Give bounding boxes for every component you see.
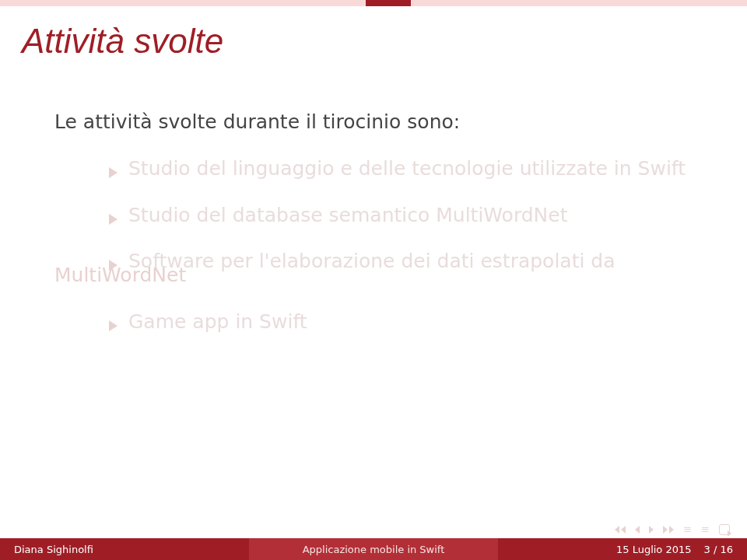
nav-next-icon[interactable] [649, 526, 654, 534]
nav-next-section-icon[interactable]: ≡ [701, 523, 710, 535]
intro-text: Le attività svolte durante il tirocinio … [54, 109, 693, 135]
slide-body: Le attività svolte durante il tirocinio … [54, 109, 693, 355]
bullet-text: Software per l'elaborazione dei dati est… [128, 248, 615, 275]
footer-page: 3 / 16 [704, 544, 733, 555]
footer-title: Applicazione mobile in Swift [249, 538, 498, 560]
footer-author: Diana Sighinolfi [0, 538, 249, 560]
beamer-nav: ≡ ≡ [615, 523, 730, 535]
footer-title-text: Applicazione mobile in Swift [303, 544, 445, 555]
bullet-icon [109, 260, 117, 271]
footer-meta: 15 Luglio 2015 3 / 16 [498, 538, 747, 560]
footer-date: 15 Luglio 2015 [616, 544, 692, 555]
nav-prev-section-icon[interactable]: ≡ [683, 523, 692, 535]
progress-remaining-left [0, 0, 366, 6]
bullet-text: Studio del linguaggio e delle tecnologie… [128, 156, 686, 182]
bullet-text: Game app in Swift [128, 309, 307, 335]
bullet-item: Studio del database semantico MultiWordN… [54, 202, 693, 229]
footer-author-text: Diana Sighinolfi [14, 544, 93, 555]
slide-title: Attività svolte [22, 22, 223, 61]
progress-current [366, 0, 411, 6]
nav-prev-icon[interactable] [635, 526, 640, 534]
bullet-icon [109, 320, 117, 331]
nav-last-icon[interactable] [663, 526, 674, 534]
bullet-item: Game app in Swift [54, 309, 693, 335]
progress-bar [0, 0, 747, 6]
bullet-icon [109, 214, 117, 225]
slide: Attività svolte Le attività svolte duran… [0, 0, 747, 560]
bullet-icon [109, 167, 117, 178]
bullet-text: Studio del database semantico MultiWordN… [128, 202, 567, 229]
footer: Diana Sighinolfi Applicazione mobile in … [0, 538, 747, 560]
nav-loop-icon[interactable] [719, 524, 730, 535]
nav-first-icon[interactable] [615, 526, 626, 534]
progress-remaining-right [411, 0, 747, 6]
bullet-item: Studio del linguaggio e delle tecnologie… [54, 156, 693, 182]
